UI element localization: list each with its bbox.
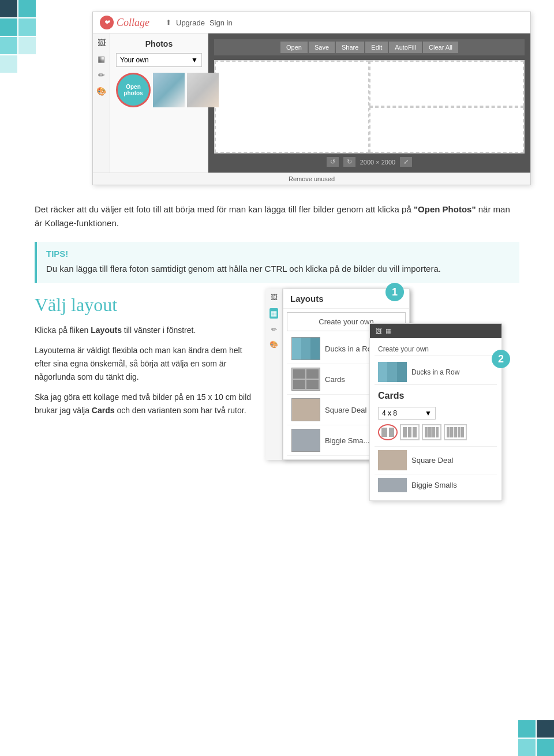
share-button[interactable]: Share	[336, 42, 364, 53]
deco-sq	[37, 0, 54, 17]
intro-text-bold: "Open Photos"	[414, 204, 476, 214]
variant-d2	[450, 427, 453, 437]
deco-sq	[0, 0, 17, 17]
cards-create-row: Create your own	[375, 343, 497, 356]
intro-text-start: Det räcker att du väljer ett foto till a…	[35, 204, 411, 214]
photos-dropdown[interactable]: Your own ▼	[116, 53, 202, 67]
dropdown-arrow: ▼	[191, 56, 198, 64]
cards-panel-header: 🖼 ▦	[370, 324, 501, 338]
ct3	[293, 380, 305, 389]
remove-unused-label[interactable]: Remove unused	[93, 173, 530, 185]
layout-para-1: Klicka på fliken Layouts till vänster i …	[35, 324, 254, 337]
page-wrapper: ❤ Collage ⬆ Upgrade Sign in 🖼 ▦ ✏ 🎨 P	[0, 0, 554, 756]
layout-icon[interactable]: ▦	[98, 54, 105, 63]
cards-biggie-smalls-row[interactable]: Biggie Smalls	[375, 474, 497, 496]
variant-col-1	[381, 428, 387, 437]
dropdown-value: Your own	[120, 56, 149, 64]
canvas	[214, 60, 525, 154]
biggie-thumb-2	[378, 478, 407, 492]
cards-size-select[interactable]: 4 x 8 ▼	[378, 407, 436, 420]
deco-sq	[18, 37, 36, 54]
panel-sidebar-left: 🖼 ▦ ✏ 🎨	[265, 289, 283, 460]
variant-4col[interactable]	[422, 424, 441, 440]
deco-sq-br2	[537, 720, 554, 738]
app-screenshot-container: ❤ Collage ⬆ Upgrade Sign in 🖼 ▦ ✏ 🎨 P	[46, 12, 519, 185]
upgrade-button[interactable]: Upgrade	[176, 18, 205, 27]
layout-para1-rest: till vänster i fönstret.	[124, 325, 196, 335]
variant-c2	[428, 427, 431, 437]
clear-all-button[interactable]: Clear All	[423, 42, 458, 53]
cards-size-value: 4 x 8	[382, 409, 397, 417]
tips-box: TIPS! Du kan lägga till flera foton samt…	[35, 242, 519, 283]
cards-size-row: 4 x 8 ▼	[375, 407, 497, 420]
edit-icon[interactable]: ✏	[98, 70, 105, 80]
variant-d4	[458, 427, 461, 437]
tips-text: Du kan lägga till flera foton samtidigt …	[46, 262, 510, 276]
square-deal-thumb-2	[378, 450, 407, 470]
cards-square-deal-row[interactable]: Square Deal	[375, 446, 497, 474]
cards-section-title: Cards	[375, 388, 497, 403]
badge-2-text: 2	[498, 353, 504, 365]
app-sidebar: Photos Your own ▼ Open photos	[110, 33, 208, 173]
panel-photo-icon[interactable]: 🖼	[271, 293, 278, 301]
biggie-label-2: Biggie Smalls	[411, 481, 457, 489]
canvas-toolbar: Open Save Share Edit AutoFill Clear All	[214, 39, 525, 55]
cards-thumb	[291, 368, 320, 391]
deco-sq	[37, 55, 54, 73]
biggie-thumb	[291, 429, 320, 452]
variant-d1	[447, 427, 450, 437]
ducks-thumb-2	[378, 362, 407, 382]
variant-3col[interactable]	[400, 424, 420, 440]
variant-2col[interactable]	[378, 424, 398, 440]
layout-para3-end: och den varianten som har två rutor.	[117, 406, 246, 415]
sign-in-button[interactable]: Sign in	[209, 18, 233, 27]
variant-c4	[436, 427, 439, 437]
layout-section: Välj layout Klicka på fliken Layouts til…	[35, 294, 519, 460]
app-canvas-area: Open Save Share Edit AutoFill Clear All …	[208, 33, 530, 173]
layout-para1-start: Klicka på fliken	[35, 325, 88, 335]
ct4	[306, 380, 319, 389]
header-layout-icon: ▦	[385, 327, 391, 335]
panel-effects-icon[interactable]: 🎨	[269, 340, 278, 349]
upgrade-icon: ⬆	[166, 18, 171, 27]
deco-sq	[0, 18, 17, 36]
layout-para1-bold: Layouts	[91, 325, 122, 335]
save-button[interactable]: Save	[309, 42, 335, 53]
panel-layout-icon[interactable]: ▦	[269, 308, 278, 319]
header-icon: 🖼	[376, 328, 382, 335]
undo-button[interactable]: ↺	[327, 157, 339, 167]
layout-heading: Välj layout	[35, 294, 254, 316]
square-thumb	[291, 398, 320, 421]
deco-sq	[18, 18, 36, 36]
variant-5col[interactable]	[444, 424, 467, 440]
tips-title: TIPS!	[46, 249, 510, 259]
square-deal-label-2: Square Deal	[411, 456, 453, 465]
panel-edit-icon[interactable]: ✏	[271, 325, 277, 334]
variant-d3	[454, 427, 456, 437]
zoom-button[interactable]: ⤢	[400, 157, 412, 167]
ducks-label-2: Ducks in a Row	[411, 368, 459, 376]
photo-icon[interactable]: 🖼	[98, 38, 106, 47]
deco-sq-br3	[518, 739, 536, 756]
logo-icon: ❤	[100, 16, 114, 29]
cards-create-label: Create your own	[378, 345, 429, 353]
edit-button[interactable]: Edit	[365, 42, 388, 53]
deco-sq	[18, 55, 36, 73]
app-sidebar-left: 🖼 ▦ ✏ 🎨	[93, 33, 110, 173]
variant-col-3b	[413, 427, 417, 437]
open-photos-button[interactable]: Open photos	[116, 73, 151, 107]
cards-ducks-row[interactable]: Ducks in a Row	[375, 360, 497, 385]
effects-icon[interactable]: 🎨	[96, 87, 106, 96]
ct1	[293, 369, 305, 379]
variant-col-2b	[408, 427, 412, 437]
variant-c3	[432, 427, 435, 437]
app-logo: ❤ Collage	[100, 16, 149, 29]
cards-panel: 2 🖼 ▦ Create your own	[369, 323, 502, 501]
redo-button[interactable]: ↻	[343, 157, 355, 167]
canvas-status-bar: ↺ ↻ 2000 × 2000 ⤢	[214, 157, 525, 167]
app-body: 🖼 ▦ ✏ 🎨 Photos Your own ▼ Open photos	[93, 33, 530, 173]
deco-top-left	[0, 0, 54, 73]
badge-2: 2	[492, 350, 510, 368]
autofill-button[interactable]: AutoFill	[389, 42, 422, 53]
open-button[interactable]: Open	[280, 42, 308, 53]
